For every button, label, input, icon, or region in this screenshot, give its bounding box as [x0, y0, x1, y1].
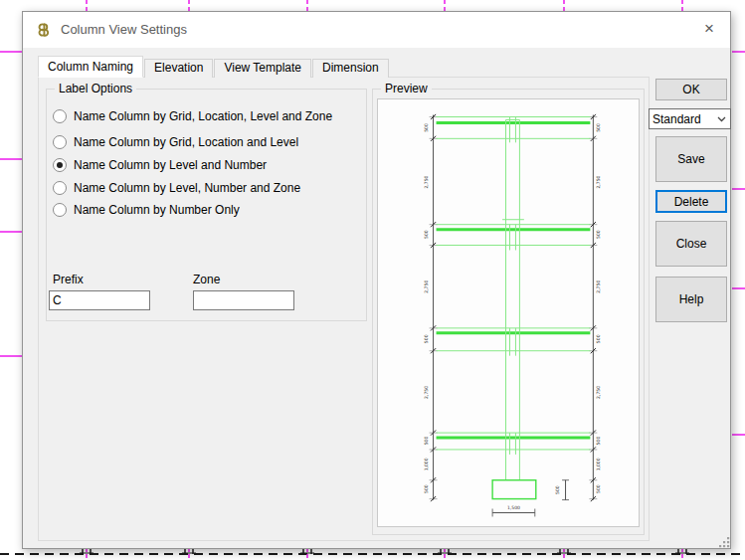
- radio-option-label: Name Column by Level and Number: [74, 158, 267, 172]
- radio-option-label: Name Column by Grid, Location and Level: [74, 135, 298, 149]
- dimension-label-left: 500: [424, 230, 429, 239]
- zone-label: Zone: [193, 273, 220, 286]
- dimension-label-left: 500: [424, 484, 429, 493]
- dimension-label-right: 500: [596, 230, 601, 239]
- label-options-group-title: Label Options: [55, 82, 136, 95]
- dimension-label-left: 2,750: [424, 175, 429, 188]
- title-bar: Column View Settings ×: [23, 12, 730, 48]
- radio-icon[interactable]: [53, 109, 67, 123]
- radio-option-4[interactable]: Name Column by Level, Number and Zone: [53, 181, 300, 195]
- app-icon: [35, 21, 53, 39]
- help-button[interactable]: Help: [655, 277, 727, 322]
- dimension-label-right: 500: [596, 437, 601, 446]
- window-title: Column View Settings: [61, 22, 187, 37]
- template-combobox-value: Standard: [650, 112, 713, 126]
- save-button[interactable]: Save: [655, 136, 727, 182]
- zone-input[interactable]: [193, 290, 294, 310]
- chevron-down-icon: [713, 109, 730, 128]
- radio-icon[interactable]: [53, 158, 67, 172]
- tab-elevation[interactable]: Elevation: [144, 59, 213, 78]
- dimension-label-right: 500: [596, 334, 601, 343]
- template-combobox[interactable]: Standard: [649, 108, 731, 129]
- preview-group-title: Preview: [381, 82, 432, 95]
- app-background: Column View Settings × Column NamingElev…: [0, 0, 745, 560]
- column-view-settings-dialog: Column View Settings × Column NamingElev…: [22, 11, 731, 549]
- dimension-label-left: 500: [424, 123, 429, 132]
- radio-option-label: Name Column by Grid, Location, Level and…: [74, 109, 332, 123]
- radio-icon[interactable]: [53, 181, 67, 195]
- tab-column-naming[interactable]: Column Naming: [38, 56, 143, 78]
- radio-option-1[interactable]: Name Column by Grid, Location, Level and…: [53, 109, 332, 123]
- close-icon: ×: [704, 19, 714, 39]
- resize-grip[interactable]: [719, 537, 730, 548]
- dimension-label-left: 2,750: [424, 280, 429, 293]
- close-button[interactable]: ×: [694, 16, 724, 42]
- tab-bar: Column NamingElevationView TemplateDimen…: [38, 56, 390, 78]
- footing-width-label: 1,500: [507, 505, 520, 510]
- dimension-label-right: 500: [596, 123, 601, 132]
- footing-height-label: 500: [555, 485, 560, 494]
- radio-option-3[interactable]: Name Column by Level and Number: [53, 158, 267, 172]
- column-elevation-drawing: 5005002,7502,7505005002,7502,7505005002,…: [378, 99, 639, 526]
- tab-view-template[interactable]: View Template: [214, 59, 311, 78]
- dimension-label-right: 2,750: [596, 280, 601, 293]
- radio-icon[interactable]: [53, 203, 67, 217]
- radio-option-label: Name Column by Level, Number and Zone: [74, 181, 300, 195]
- preview-panel: 5005002,7502,7505005002,7502,7505005002,…: [377, 98, 640, 527]
- dimension-label-right: 2,750: [596, 386, 601, 399]
- prefix-input[interactable]: [49, 290, 150, 310]
- delete-button[interactable]: Delete: [655, 190, 727, 213]
- dimension-label-left: 1,000: [424, 458, 429, 470]
- close-dialog-button[interactable]: Close: [655, 221, 727, 267]
- ok-button[interactable]: OK: [655, 79, 727, 100]
- dimension-label-right: 500: [596, 484, 601, 493]
- dimension-label-right: 2,750: [596, 175, 601, 188]
- tab-dimension[interactable]: Dimension: [312, 59, 389, 78]
- dimension-label-left: 2,750: [424, 386, 429, 399]
- dimension-label-right: 1,000: [596, 458, 601, 470]
- prefix-label: Prefix: [53, 273, 84, 286]
- radio-icon[interactable]: [53, 135, 67, 149]
- radio-option-label: Name Column by Number Only: [74, 203, 240, 217]
- dimension-label-left: 500: [424, 437, 429, 446]
- radio-option-5[interactable]: Name Column by Number Only: [53, 203, 240, 217]
- dimension-label-left: 500: [424, 334, 429, 343]
- radio-option-2[interactable]: Name Column by Grid, Location and Level: [53, 135, 298, 149]
